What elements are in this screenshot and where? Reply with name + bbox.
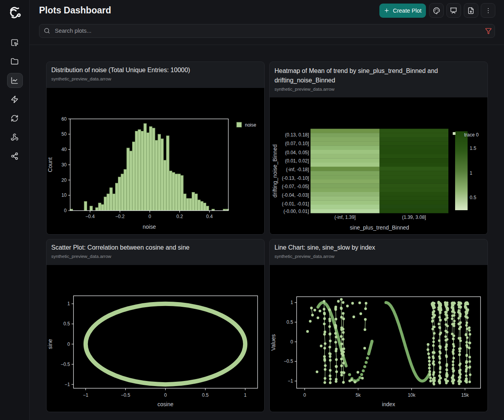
svg-text:1: 1 — [67, 301, 70, 306]
svg-text:30: 30 — [62, 162, 67, 168]
svg-text:20: 20 — [62, 177, 67, 183]
svg-text:10k: 10k — [408, 392, 416, 398]
svg-text:−0.5: −0.5 — [61, 362, 70, 367]
svg-text:0.5: 0.5 — [63, 321, 70, 327]
svg-text:(-0.04, -0.03]: (-0.04, -0.03] — [282, 192, 309, 198]
svg-text:(-0.13, -0.10]: (-0.13, -0.10] — [282, 175, 309, 181]
svg-text:0: 0 — [303, 392, 306, 398]
svg-text:(0.01, 0.02]: (0.01, 0.02] — [285, 158, 309, 164]
svg-text:5k: 5k — [356, 392, 361, 398]
svg-text:0: 0 — [290, 339, 293, 345]
svg-text:(0.07, 0.10]: (0.07, 0.10] — [285, 141, 309, 146]
svg-text:0.5: 0.5 — [202, 392, 209, 398]
svg-text:−0.2: −0.2 — [115, 214, 125, 219]
svg-text:1: 1 — [244, 392, 246, 398]
svg-text:1: 1 — [290, 300, 293, 305]
svg-text:−1: −1 — [83, 392, 88, 398]
svg-text:−0.5: −0.5 — [284, 358, 293, 364]
svg-text:(-inf, -0.18]: (-inf, -0.18] — [286, 167, 309, 172]
svg-text:trace 0: trace 0 — [464, 132, 479, 138]
svg-text:noise: noise — [245, 122, 256, 128]
svg-text:0: 0 — [67, 342, 70, 347]
svg-text:(-0.00, 0.01]: (-0.00, 0.01] — [284, 209, 309, 214]
svg-text:−0.4: −0.4 — [86, 214, 95, 219]
svg-text:sine_plus_trend_Binned: sine_plus_trend_Binned — [350, 224, 409, 231]
svg-text:(-0.01, -0.01]: (-0.01, -0.01] — [282, 201, 309, 207]
svg-text:0.2: 0.2 — [176, 214, 183, 219]
svg-text:(1.39, 3.08]: (1.39, 3.08] — [402, 215, 426, 220]
svg-text:(-inf, 1.39]: (-inf, 1.39] — [334, 215, 356, 220]
svg-text:50: 50 — [62, 131, 67, 137]
svg-text:drifting_noise_Binned: drifting_noise_Binned — [272, 144, 278, 198]
svg-text:cosine: cosine — [157, 401, 174, 407]
svg-text:Count: Count — [47, 157, 53, 172]
svg-text:−1: −1 — [65, 382, 70, 387]
svg-text:−0.5: −0.5 — [121, 392, 130, 398]
svg-text:1: 1 — [470, 170, 472, 176]
svg-text:60: 60 — [62, 116, 67, 122]
svg-text:10: 10 — [62, 192, 67, 198]
svg-text:index: index — [382, 401, 395, 407]
svg-text:0: 0 — [64, 208, 67, 213]
svg-text:40: 40 — [62, 147, 67, 152]
svg-text:Values: Values — [270, 334, 276, 351]
svg-text:−1: −1 — [287, 378, 293, 384]
svg-text:(0.13, 0.18]: (0.13, 0.18] — [285, 132, 309, 138]
svg-text:0.4: 0.4 — [206, 214, 213, 219]
svg-text:0.5: 0.5 — [286, 319, 293, 325]
svg-text:(-0.07, -0.05]: (-0.07, -0.05] — [282, 184, 309, 189]
svg-text:0: 0 — [164, 392, 167, 398]
svg-text:15k: 15k — [461, 392, 469, 398]
svg-text:noise: noise — [143, 224, 156, 230]
svg-text:0.5: 0.5 — [470, 195, 476, 200]
svg-text:(0.04, 0.05]: (0.04, 0.05] — [285, 150, 309, 155]
svg-text:1.5: 1.5 — [470, 146, 476, 151]
svg-text:sine: sine — [47, 339, 53, 349]
svg-text:0: 0 — [148, 214, 151, 219]
